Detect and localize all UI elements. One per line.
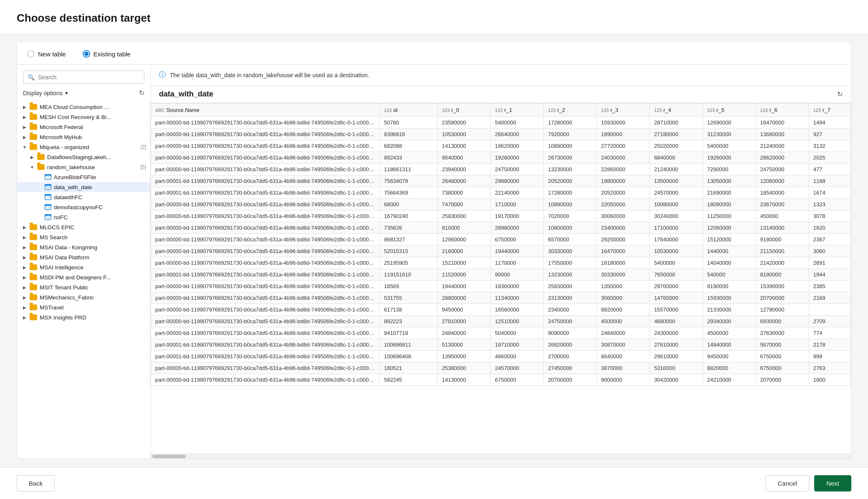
tree-item-demofastcopynoFC[interactable]: demofastcopynoFC <box>17 202 150 212</box>
radio-new-table[interactable]: New table <box>27 50 66 58</box>
cell-r_6: 6750000 <box>756 351 809 362</box>
tree-item-data_with_date[interactable]: data_with_date <box>17 182 150 192</box>
cell-r_6: 16470000 <box>756 117 809 129</box>
cell-source_name: part-00000-tid-11990797669291730-b0ca7dd… <box>151 164 380 175</box>
tree-item-microsoft_federal[interactable]: ▶Microsoft Federal <box>17 122 150 132</box>
tree-item-noFC[interactable]: noFC <box>17 212 150 222</box>
col-header-r_4: 123r_4 <box>650 104 703 117</box>
radio-existing-table[interactable]: Existing table <box>83 50 131 58</box>
tree-item-msai_intelligence[interactable]: ▶MSAI Intelligence <box>17 262 150 272</box>
col-header-r_6: 123r_6 <box>756 104 809 117</box>
search-icon: 🔍 <box>28 74 35 81</box>
table-icon-demofastcopynoFC <box>45 204 51 210</box>
cell-id: 617138 <box>380 304 438 316</box>
cell-r_7: 2691 <box>809 257 850 269</box>
tree-item-mesh[interactable]: ▶MESH Cost Recovery & Bi... <box>17 112 150 122</box>
cell-r_0: 810000 <box>437 222 490 234</box>
cell-source_name: part-00001-tid-11990797669291730-b0ca7dd… <box>151 269 380 281</box>
table-row: part-00000-tid-11990797669291730-b0ca7dd… <box>151 281 851 292</box>
cell-r_3: 3060000 <box>597 292 650 304</box>
next-button[interactable]: Next <box>814 475 851 491</box>
cell-r_3: 27720000 <box>597 140 650 152</box>
cell-r_3: 19800000 <box>597 175 650 187</box>
cell-r_7: 3132 <box>809 140 850 152</box>
cell-r_1: 1170000 <box>491 257 544 269</box>
cell-r_0: 15210000 <box>437 257 490 269</box>
cell-id: 100686811 <box>380 339 438 351</box>
tree-item-msai_platform[interactable]: ▶MSAI Data Platform <box>17 252 150 262</box>
tree-item-msmechanics[interactable]: ▶MSMechanics_Fabric <box>17 292 150 302</box>
cell-source_name: part-00000-tid-11990797669291730-b0ca7dd… <box>151 257 380 269</box>
cell-r_7: 927 <box>809 129 850 140</box>
cell-source_name: part-00000-tid-11990797669291730-b0ca7dd… <box>151 292 380 304</box>
table-icon-azureblob <box>45 174 51 180</box>
back-button[interactable]: Back <box>17 475 55 491</box>
tree-item-datawithFC[interactable]: datawithFC <box>17 192 150 202</box>
tree-item-mlgcs[interactable]: ▶MLGCS EPIC <box>17 222 150 232</box>
tree-item-msit_tenant[interactable]: ▶MSIT Tenant Public <box>17 282 150 292</box>
expand-icon-mstravel: ▶ <box>21 304 28 311</box>
tree-item-random_lakehouse[interactable]: ▼random_lakehouse[5] <box>17 162 150 172</box>
tree-item-mstravel[interactable]: ▶MSTravel <box>17 302 150 312</box>
expand-icon-azureblob <box>36 174 43 180</box>
cell-r_6: 21150000 <box>756 246 809 257</box>
item-count-miquela: [2] <box>141 144 146 150</box>
table-icon-datawithFC <box>45 194 51 200</box>
item-label-random_lakehouse: random_lakehouse <box>47 164 138 170</box>
radio-new-table-circle[interactable] <box>27 50 35 58</box>
cell-r_2: 10890000 <box>544 199 597 210</box>
cancel-button[interactable]: Cancel <box>765 475 809 491</box>
item-label-azureblob: AzureBlobFSFile <box>54 174 146 180</box>
table-row: part-00001-tid-11990797669291730-b0ca7dd… <box>151 339 851 351</box>
tree-item-msai_kongming[interactable]: ▶MSAI Data - Kongming <box>17 242 150 252</box>
table-row: part-00000-tid-11990797669291730-b0ca7dd… <box>151 246 851 257</box>
data-table-wrapper[interactable]: ABCSource.Name123id123r_0123r_1123r_2123… <box>151 103 851 453</box>
display-options-row[interactable]: Display options ▼ ↻ <box>17 86 150 100</box>
search-input[interactable] <box>38 74 140 81</box>
table-refresh-icon[interactable]: ↻ <box>837 90 843 98</box>
body-section: 🔍 Display options ▼ ↻ ▶MEA Cloud Consump… <box>17 65 851 458</box>
cell-r_6: 6930000 <box>756 316 809 327</box>
cell-r_6: 18540000 <box>756 187 809 199</box>
cell-r_5: 14040000 <box>703 257 756 269</box>
refresh-icon[interactable]: ↻ <box>139 89 144 97</box>
cell-r_4: 27180000 <box>650 129 703 140</box>
tree-item-msdi_pm[interactable]: ▶MSDI PM and Designers F... <box>17 272 150 282</box>
radio-existing-table-circle[interactable] <box>83 50 90 58</box>
cell-r_1: 24750000 <box>491 164 544 175</box>
cell-r_2: 17280000 <box>544 187 597 199</box>
display-options-left[interactable]: Display options ▼ <box>23 90 69 96</box>
tree-item-azureblob[interactable]: AzureBlobFSFile <box>17 172 150 182</box>
cell-r_1: 4860000 <box>491 351 544 362</box>
folder-icon-mlgcs <box>30 224 37 230</box>
table-row: part-00000-tid-11990797669291730-b0ca7dd… <box>151 327 851 339</box>
tree-item-dataflows[interactable]: ▶DataflowsStagingLakeh... <box>17 152 150 162</box>
cell-r_6: 23670000 <box>756 199 809 210</box>
cell-id: 892433 <box>380 152 438 164</box>
tree-item-msx_insights[interactable]: ▶MSX Insights PRD <box>17 312 150 322</box>
tree-item-miquela[interactable]: ▼Miquela - organized[2] <box>17 142 150 152</box>
scrollbar-thumb[interactable] <box>152 455 186 458</box>
tree-item-mea[interactable]: ▶MEA Cloud Consumption ... <box>17 102 150 112</box>
info-bar: ⓘ The table data_with_date in random_lak… <box>151 65 851 86</box>
expand-icon-msai_platform: ▶ <box>21 254 28 261</box>
cell-r_7: 2385 <box>809 281 850 292</box>
cell-r_4: 30240000 <box>650 210 703 222</box>
cell-r_7: 3060 <box>809 246 850 257</box>
cell-r_5: 9450000 <box>703 351 756 362</box>
cell-r_6: 8190000 <box>756 269 809 281</box>
cell-r_3: 4500000 <box>597 316 650 327</box>
tree-item-ms_search[interactable]: ▶MS Search <box>17 232 150 242</box>
cell-r_0: 24840000 <box>437 327 490 339</box>
cell-r_7: 1494 <box>809 117 850 129</box>
search-box[interactable]: 🔍 <box>23 71 144 84</box>
cell-r_4: 28710000 <box>650 117 703 129</box>
cell-r_5: 4500000 <box>703 327 756 339</box>
tree-item-microsoft_myhub[interactable]: ▶Microsoft MyHub <box>17 132 150 142</box>
cell-r_1: 12510000 <box>491 316 544 327</box>
cell-r_3: 1890000 <box>597 129 650 140</box>
cell-r_3: 22050000 <box>597 199 650 210</box>
table-row: part-00000-tid-11990797669291730-b0ca7dd… <box>151 257 851 269</box>
item-label-demofastcopynoFC: demofastcopynoFC <box>54 204 146 210</box>
horizontal-scrollbar[interactable] <box>151 453 851 458</box>
